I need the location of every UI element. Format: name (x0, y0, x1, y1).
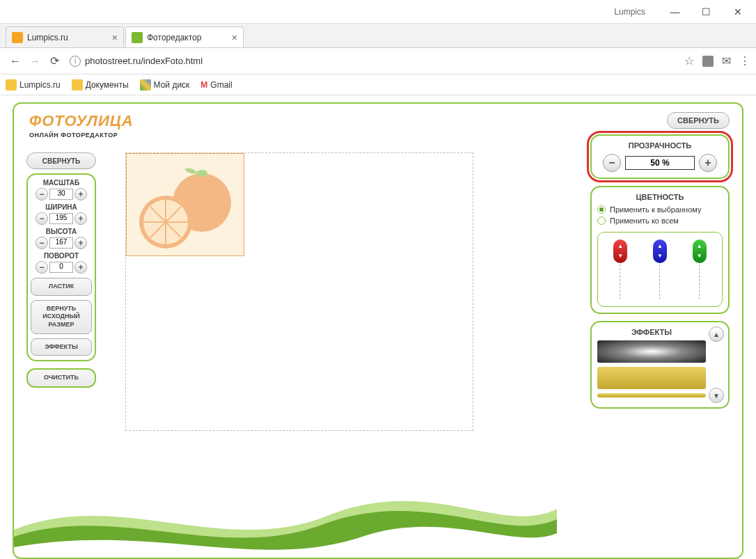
transform-panel: МАСШТАБ − 30 + ШИРИНА − 195 + (26, 173, 96, 361)
width-label: ШИРИНА (31, 203, 92, 211)
scale-input[interactable]: 30 (49, 189, 73, 200)
transparency-value[interactable]: 50 % (625, 156, 695, 170)
rotate-input[interactable]: 0 (49, 262, 73, 273)
maximize-button[interactable]: ☐ (691, 2, 722, 22)
transparency-minus-button[interactable]: − (603, 154, 621, 172)
effect-thumbnail-1[interactable] (597, 340, 706, 363)
logo: ФОТОУЛИЦА ОНЛАЙН ФОТОРЕДАКТОР (29, 112, 134, 139)
rotate-plus-button[interactable]: + (74, 261, 87, 274)
transparency-panel: ПРОЗРАЧНОСТЬ − 50 % + (590, 134, 730, 179)
browser-tab-lumpics[interactable]: Lumpics.ru × (6, 26, 124, 47)
width-minus-button[interactable]: − (36, 212, 48, 225)
red-slider-handle[interactable]: ▲▼ (613, 239, 627, 263)
close-tab-icon[interactable]: × (232, 32, 237, 43)
svg-point-1 (196, 170, 207, 177)
green-slider-handle[interactable]: ▲▼ (693, 239, 707, 263)
app-wrapper: ФОТОУЛИЦА ОНЛАЙН ФОТОРЕДАКТОР СВЕРНУТЬ М… (0, 95, 756, 559)
red-slider-track[interactable] (620, 265, 621, 299)
effects-label: ЭФФЕКТЫ (597, 328, 706, 336)
eraser-button[interactable]: ЛАСТИК (31, 278, 92, 296)
effects-button[interactable]: ЭФФЕКТЫ (31, 338, 92, 356)
width-plus-button[interactable]: + (74, 212, 87, 225)
url-input[interactable]: i photostreet.ru/indexFoto.html (70, 56, 679, 67)
transparency-label: ПРОЗРАЧНОСТЬ (597, 141, 723, 150)
forward-button[interactable]: → (25, 52, 45, 71)
extension-icon[interactable] (702, 56, 714, 67)
star-icon[interactable]: ☆ (684, 54, 694, 68)
window-title: Lumpics (614, 7, 645, 17)
height-input[interactable]: 167 (49, 237, 73, 249)
height-minus-button[interactable]: − (36, 237, 48, 249)
bookmark-gmail[interactable]: M Gmail (200, 80, 232, 90)
color-label: ЦВЕТНОСТЬ (597, 193, 723, 201)
bookmark-drive[interactable]: Мой диск (140, 79, 190, 90)
window-chrome: Lumpics — ☐ ✕ (0, 0, 756, 24)
favicon-icon (132, 32, 143, 43)
effects-panel: ЭФФЕКТЫ ▲ ▼ (590, 321, 730, 409)
right-panel: СВЕРНУТЬ ПРОЗРАЧНОСТЬ − 50 % + ЦВЕТНОСТЬ… (590, 112, 730, 416)
rgb-sliders: ▲▼ ▲▼ ▲▼ (597, 232, 723, 307)
browser-tab-editor[interactable]: Фоторедактор × (125, 26, 244, 47)
canvas-selected-object[interactable] (126, 153, 244, 256)
mail-icon[interactable]: ✉ (722, 54, 731, 68)
apply-all-radio[interactable]: Применить ко всем (597, 216, 723, 225)
apply-selected-radio[interactable]: Применить к выбранному (597, 205, 723, 214)
height-plus-button[interactable]: + (74, 237, 87, 249)
wave-decoration (14, 481, 557, 558)
green-slider-track[interactable] (699, 265, 700, 299)
minimize-button[interactable]: — (659, 2, 691, 22)
app-frame: ФОТОУЛИЦА ОНЛАЙН ФОТОРЕДАКТОР СВЕРНУТЬ М… (13, 102, 743, 559)
effects-scroll-up-button[interactable]: ▲ (709, 326, 724, 342)
site-info-icon[interactable]: i (70, 56, 81, 67)
restore-size-button[interactable]: ВЕРНУТЬ ИСХОДНЫЙ РАЗМЕР (31, 300, 92, 334)
close-window-button[interactable]: ✕ (722, 2, 753, 22)
clear-button[interactable]: ОЧИСТИТЬ (26, 368, 96, 388)
reload-button[interactable]: ⟳ (45, 52, 64, 71)
menu-icon[interactable]: ⋮ (739, 54, 750, 68)
close-tab-icon[interactable]: × (112, 32, 118, 43)
tab-title: Lumpics.ru (27, 33, 107, 42)
effect-thumbnail-2[interactable] (597, 367, 706, 389)
color-panel: ЦВЕТНОСТЬ Применить к выбранному Примени… (590, 186, 730, 314)
left-panel: СВЕРНУТЬ МАСШТАБ − 30 + ШИРИНА − 195 + (26, 152, 96, 388)
url-text: photostreet.ru/indexFoto.html (85, 56, 203, 66)
radio-unchecked-icon (597, 216, 606, 225)
scale-plus-button[interactable]: + (74, 188, 87, 200)
address-bar: ← → ⟳ i photostreet.ru/indexFoto.html ☆ … (0, 48, 756, 74)
effect-thumbnail-3[interactable] (597, 393, 706, 397)
transparency-plus-button[interactable]: + (699, 154, 717, 172)
width-input[interactable]: 195 (49, 213, 73, 224)
bookmark-documents[interactable]: Документы (72, 79, 129, 90)
blue-slider-handle[interactable]: ▲▼ (653, 239, 667, 263)
canvas[interactable] (125, 152, 473, 431)
back-button[interactable]: ← (6, 52, 25, 71)
favicon-icon (12, 32, 23, 43)
tab-title: Фоторедактор (147, 33, 226, 42)
rotate-label: ПОВОРОТ (31, 252, 92, 260)
tab-bar: Lumpics.ru × Фоторедактор × (0, 24, 756, 48)
bookmarks-bar: Lumpics.ru Документы Мой диск M Gmail (0, 74, 756, 95)
orange-image (132, 161, 237, 251)
logo-main: ФОТОУЛИЦА (29, 112, 134, 130)
collapse-left-button[interactable]: СВЕРНУТЬ (26, 152, 96, 169)
height-label: ВЫСОТА (31, 228, 92, 235)
effects-scroll-down-button[interactable]: ▼ (709, 388, 724, 403)
collapse-right-button[interactable]: СВЕРНУТЬ (667, 112, 730, 129)
logo-subtitle: ОНЛАЙН ФОТОРЕДАКТОР (29, 132, 134, 139)
radio-checked-icon (597, 205, 606, 214)
bookmark-lumpics[interactable]: Lumpics.ru (6, 79, 61, 90)
scale-label: МАСШТАБ (31, 179, 92, 187)
scale-minus-button[interactable]: − (36, 188, 48, 200)
rotate-minus-button[interactable]: − (36, 261, 48, 274)
blue-slider-track[interactable] (659, 265, 661, 299)
